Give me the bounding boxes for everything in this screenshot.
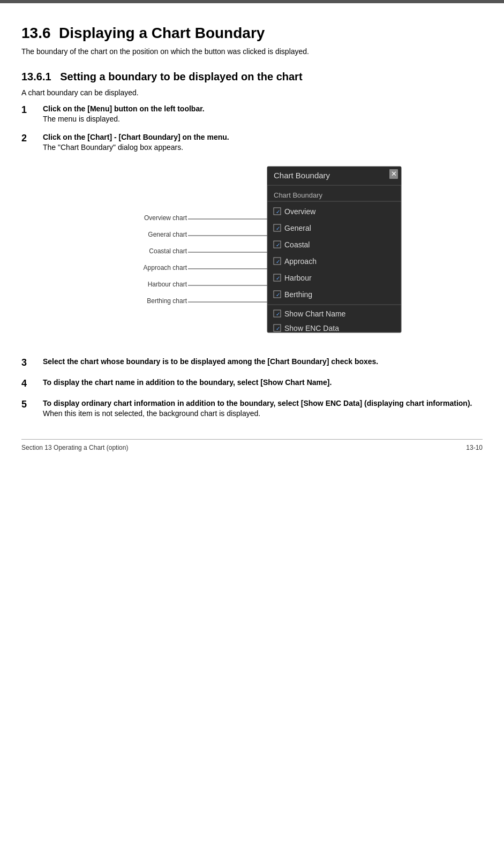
step-1: 1 Click on the [Menu] button on the left…: [21, 104, 483, 123]
step-3-bold: Select the chart whose boundary is to be…: [43, 357, 483, 366]
step-1-desc: The menu is displayed.: [43, 115, 483, 123]
intro-paragraph: The boundary of the chart on the positio…: [21, 47, 483, 56]
diagram-container: Overview chart General chart Coastal cha…: [108, 161, 418, 338]
label-berthing: Berthing: [284, 290, 312, 299]
callout-harbour: Harbour chart: [147, 281, 187, 288]
label-harbour: Harbour: [284, 274, 312, 282]
check-approach: ✓: [276, 259, 280, 265]
dialog-section-label: Chart Boundary: [274, 191, 323, 199]
step-2: 2 Click on the [Chart] - [Chart Boundary…: [21, 133, 483, 348]
step-4: 4 To display the chart name in addition …: [21, 378, 483, 389]
page-footer: Section 13 Operating a Chart (option) 13…: [21, 439, 483, 451]
step-4-bold: To display the chart name in addition to…: [43, 378, 483, 387]
step-3-content: Select the chart whose boundary is to be…: [43, 357, 483, 366]
callout-general: General chart: [148, 231, 187, 238]
page-content: 13.6 Displaying a Chart Boundary The bou…: [0, 3, 504, 467]
close-icon: ✕: [390, 170, 396, 178]
callout-berthing: Berthing chart: [147, 297, 187, 305]
check-show-enc-data: ✓: [276, 326, 280, 331]
check-show-chart-name: ✓: [276, 311, 280, 317]
subsection-title: 13.6.1 Setting a boundary to be displaye…: [21, 71, 483, 83]
label-approach: Approach: [284, 257, 317, 266]
label-show-chart-name: Show Chart Name: [284, 310, 346, 318]
check-berthing: ✓: [276, 292, 280, 298]
step-4-content: To display the chart name in addition to…: [43, 378, 483, 387]
footer-left: Section 13 Operating a Chart (option): [21, 444, 128, 451]
step-5-bold: To display ordinary chart information in…: [43, 399, 483, 407]
section-number: 13.6: [21, 25, 51, 41]
label-overview: Overview: [284, 207, 316, 216]
callout-overview: Overview chart: [144, 214, 187, 222]
step-3-number: 3: [21, 357, 43, 368]
step-4-number: 4: [21, 378, 43, 389]
dialog-title-text: Chart Boundary: [274, 171, 330, 180]
step-2-content: Click on the [Chart] - [Chart Boundary] …: [43, 133, 483, 348]
step-5-content: To display ordinary chart information in…: [43, 399, 483, 418]
callout-coastal: Coastal chart: [149, 247, 187, 255]
step-2-number: 2: [21, 133, 43, 144]
label-show-enc-data: Show ENC Data: [284, 324, 339, 333]
section-title: 13.6 Displaying a Chart Boundary: [21, 25, 483, 42]
step-5-number: 5: [21, 399, 43, 410]
step-1-content: Click on the [Menu] button on the left t…: [43, 104, 483, 123]
step-5: 5 To display ordinary chart information …: [21, 399, 483, 418]
check-general: ✓: [276, 225, 280, 231]
step-2-desc: The "Chart Boundary" dialog box appears.: [43, 143, 483, 152]
steps-container: 1 Click on the [Menu] button on the left…: [21, 104, 483, 418]
check-coastal: ✓: [276, 242, 280, 248]
diagram-svg: Overview chart General chart Coastal cha…: [108, 161, 418, 338]
footer-right: 13-10: [466, 444, 483, 451]
label-coastal: Coastal: [284, 240, 310, 249]
callout-approach: Approach chart: [143, 264, 187, 271]
subsection-title-text: Setting a boundary to be displayed on th…: [60, 71, 302, 82]
subsection-intro: A chart boundary can be displayed.: [21, 88, 483, 97]
step-2-bold: Click on the [Chart] - [Chart Boundary] …: [43, 133, 483, 141]
label-general: General: [284, 224, 311, 232]
subsection-number: 13.6.1: [21, 71, 51, 82]
step-1-bold: Click on the [Menu] button on the left t…: [43, 104, 483, 113]
step-5-desc: When this item is not selected, the back…: [43, 409, 483, 418]
step-1-number: 1: [21, 104, 43, 116]
step-3: 3 Select the chart whose boundary is to …: [21, 357, 483, 368]
section-title-text: Displaying a Chart Boundary: [59, 25, 265, 41]
check-harbour: ✓: [276, 275, 280, 281]
check-overview: ✓: [276, 209, 280, 215]
